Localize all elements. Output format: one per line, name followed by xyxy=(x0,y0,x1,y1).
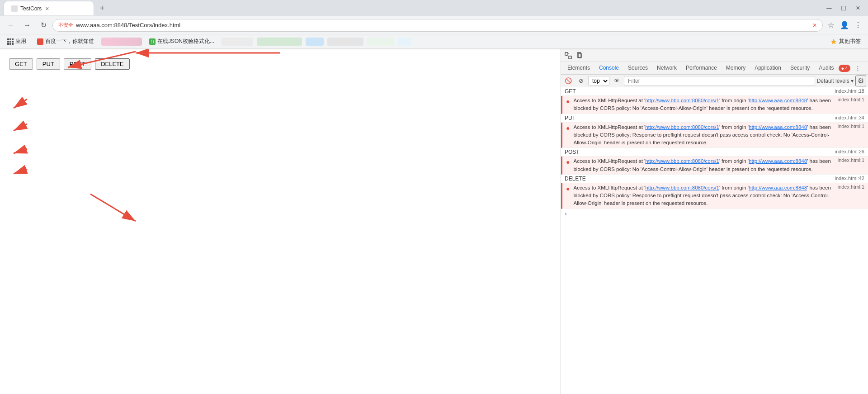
device-toolbar-button[interactable] xyxy=(575,50,585,61)
bookmark-apps[interactable]: 应用 xyxy=(4,37,30,46)
svg-line-3 xyxy=(14,99,27,108)
tab-console[interactable]: Console xyxy=(594,62,623,75)
bookmark-baidu[interactable]: 百度一下，你就知道 xyxy=(33,37,98,46)
clear-console-button[interactable]: 🚫 xyxy=(563,76,574,86)
baidu-icon xyxy=(37,38,43,45)
error-icon-1: ● xyxy=(566,97,570,113)
put-error-source[interactable]: index.html:1 xyxy=(838,123,864,147)
console-entry-post-error: ● Access to XMLHttpRequest at 'http://ww… xyxy=(561,157,868,175)
put-error-link-2[interactable]: http://www.aaa.com:8848 xyxy=(749,124,807,130)
json-label: 在线JSON校验格式化... xyxy=(157,38,214,45)
tab-network[interactable]: Network xyxy=(652,62,681,75)
entry-header-delete: DELETE xyxy=(565,176,831,182)
get-error-text: Access to XMLHttpRequest at 'http://www.… xyxy=(573,98,830,111)
page-content: GET PUT POST DELETE xyxy=(0,49,561,394)
svg-line-4 xyxy=(14,124,27,131)
console-settings-button[interactable]: ⚙ xyxy=(855,76,866,86)
get-error-source[interactable]: index.html:1 xyxy=(838,97,864,113)
blurred-bookmark-4 xyxy=(306,38,324,46)
error-count: 4 xyxy=(845,66,848,71)
nav-right-icons: ☆ 👤 ⋮ xyxy=(825,19,864,32)
tab-sources[interactable]: Sources xyxy=(623,62,652,75)
post-source[interactable]: index.html:26 xyxy=(835,149,864,155)
console-entry-post-label: POST index.html:26 xyxy=(561,148,868,157)
url-arrow-indicator: ✕ xyxy=(812,22,817,28)
new-tab-button[interactable]: + xyxy=(96,2,108,14)
blurred-bookmark-7 xyxy=(398,38,411,46)
tab-close-button[interactable]: × xyxy=(45,5,49,12)
tab-application[interactable]: Application xyxy=(750,62,786,75)
tab-memory[interactable]: Memory xyxy=(722,62,750,75)
inspect-element-button[interactable] xyxy=(563,50,574,61)
get-button[interactable]: GET xyxy=(9,58,33,70)
console-entry-put-label: PUT index.html:34 xyxy=(561,114,868,123)
filter-toggle-button[interactable]: ⊘ xyxy=(576,76,586,86)
devtools-toolbar xyxy=(561,49,868,62)
close-window-button[interactable]: × xyxy=(852,2,864,14)
refresh-button[interactable]: ↻ xyxy=(36,18,51,33)
devtools-more-button[interactable]: ⋮ xyxy=(852,63,863,74)
other-bookmarks[interactable]: ★ 其他书签 xyxy=(826,37,864,47)
error-circle-icon: ● xyxy=(841,66,844,71)
put-error-blocked: blocked by CORS policy: Response to pref… xyxy=(573,132,829,145)
delete-error-link-2[interactable]: http://www.aaa.com:8848 xyxy=(749,185,807,190)
settings-menu-button[interactable]: ⋮ xyxy=(852,19,864,32)
post-error-link-2[interactable]: http://www.aaa.com:8848 xyxy=(749,158,807,164)
blurred-bookmark-1 xyxy=(101,38,142,46)
put-error-link-1[interactable]: http://www.bbb.com:8080/cors/1 xyxy=(645,124,719,130)
eye-icon-button[interactable]: 👁 xyxy=(611,76,622,86)
context-selector[interactable]: top xyxy=(588,76,609,86)
console-entry-delete-label: DELETE index.html:42 xyxy=(561,175,868,183)
put-source[interactable]: index.html:34 xyxy=(835,115,864,121)
get-error-blocked: blocked by CORS policy: No 'Access-Contr… xyxy=(573,105,812,111)
delete-error-link-1[interactable]: http://www.bbb.com:8080/cors/1 xyxy=(645,185,719,190)
get-error-link-1[interactable]: http://www.bbb.com:8080/cors/1 xyxy=(645,98,719,103)
profile-button[interactable]: 👤 xyxy=(838,19,851,32)
delete-error-source[interactable]: index.html:1 xyxy=(838,184,864,208)
get-source[interactable]: index.html:18 xyxy=(835,88,864,95)
blurred-bookmark-5 xyxy=(327,38,363,46)
active-tab[interactable]: TestCors × xyxy=(4,1,94,15)
console-entry-get-error: ● Access to XMLHttpRequest at 'http://ww… xyxy=(561,96,868,114)
console-toolbar: 🚫 ⊘ top 👁 Default levels ▾ ⚙ xyxy=(561,75,868,87)
put-button[interactable]: PUT xyxy=(37,58,60,70)
console-entry-put-error: ● Access to XMLHttpRequest at 'http://ww… xyxy=(561,123,868,148)
delete-button[interactable]: DELETE xyxy=(95,58,130,70)
delete-source[interactable]: index.html:42 xyxy=(835,176,864,182)
delete-error-blocked: blocked by CORS policy: Response to pref… xyxy=(573,193,829,206)
error-count-badge: ● 4 xyxy=(839,65,851,72)
minimize-button[interactable]: ─ xyxy=(823,2,835,14)
post-error-blocked: blocked by CORS policy: No 'Access-Contr… xyxy=(573,166,812,172)
tab-elements[interactable]: Elements xyxy=(563,62,594,75)
devtools-close-button[interactable]: × xyxy=(865,63,868,74)
bookmark-json[interactable]: { } 在线JSON校验格式化... xyxy=(146,37,218,46)
http-buttons-container: GET PUT POST DELETE xyxy=(9,58,552,70)
default-levels-label[interactable]: Default levels ▾ xyxy=(817,78,854,84)
entry-content-delete-error: Access to XMLHttpRequest at 'http://www.… xyxy=(573,184,834,208)
main-area: GET PUT POST DELETE xyxy=(0,49,868,394)
entry-content-put-error: Access to XMLHttpRequest at 'http://www.… xyxy=(573,123,834,147)
post-button[interactable]: POST xyxy=(64,58,91,70)
tab-performance[interactable]: Performance xyxy=(681,62,722,75)
blurred-bookmark-3 xyxy=(257,38,302,46)
tab-security[interactable]: Security xyxy=(786,62,814,75)
post-error-source[interactable]: index.html:1 xyxy=(838,157,864,173)
entry-content-post: POST xyxy=(565,149,831,155)
address-bar[interactable]: 不安全 www.aaa.com:8848/TestCors/index.html… xyxy=(52,19,823,32)
tab-audits[interactable]: Audits xyxy=(814,62,838,75)
forward-button[interactable]: → xyxy=(20,18,34,33)
maximize-button[interactable]: □ xyxy=(837,2,850,14)
entry-header-post: POST xyxy=(565,149,831,155)
bookmark-star-button[interactable]: ☆ xyxy=(825,19,837,32)
tab-favicon xyxy=(11,5,18,12)
put-label: PUT xyxy=(565,115,576,121)
entry-content-get-error: Access to XMLHttpRequest at 'http://www.… xyxy=(573,97,834,113)
post-error-link-1[interactable]: http://www.bbb.com:8080/cors/1 xyxy=(645,158,719,164)
get-error-link-2[interactable]: http://www.aaa.com:8848 xyxy=(749,98,807,103)
console-input-caret[interactable]: › xyxy=(561,209,868,218)
delete-label: DELETE xyxy=(565,176,586,182)
put-error-text: Access to XMLHttpRequest at 'http://www.… xyxy=(573,124,830,146)
blurred-bookmark-6 xyxy=(367,38,394,46)
console-filter-input[interactable] xyxy=(624,76,815,86)
back-button[interactable]: ← xyxy=(4,18,18,33)
